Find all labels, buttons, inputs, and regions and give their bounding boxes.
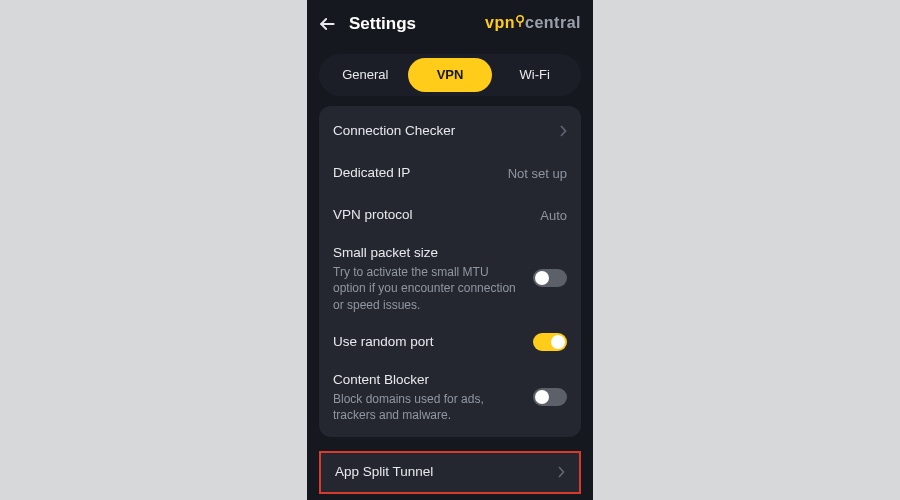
brand-part1: vpn — [485, 14, 515, 31]
row-dedicated-ip[interactable]: Dedicated IP Not set up — [333, 152, 567, 194]
random-port-label: Use random port — [333, 333, 525, 351]
app-split-tunnel-label: App Split Tunnel — [335, 463, 549, 481]
header: Settings vpncentral — [307, 6, 593, 42]
settings-screen: Settings vpncentral General VPN Wi-Fi Co… — [307, 0, 593, 500]
svg-point-1 — [517, 16, 523, 22]
row-small-packet: Small packet size Try to activate the sm… — [333, 236, 567, 321]
back-icon[interactable] — [317, 14, 337, 34]
row-vpn-protocol[interactable]: VPN protocol Auto — [333, 194, 567, 236]
chevron-right-icon — [557, 466, 565, 478]
vpn-protocol-value: Auto — [540, 208, 567, 223]
small-packet-desc: Try to activate the small MTU option if … — [333, 264, 523, 313]
tab-wifi[interactable]: Wi-Fi — [492, 58, 577, 92]
content-blocker-toggle[interactable] — [533, 388, 567, 406]
connection-checker-label: Connection Checker — [333, 122, 551, 140]
tab-vpn[interactable]: VPN — [408, 58, 493, 92]
tab-general[interactable]: General — [323, 58, 408, 92]
row-content-blocker: Content Blocker Block domains used for a… — [333, 363, 567, 432]
brand-pin-icon — [515, 14, 525, 24]
row-random-port: Use random port — [333, 321, 567, 363]
content-blocker-label: Content Blocker — [333, 371, 525, 389]
page-title: Settings — [349, 14, 416, 34]
dedicated-ip-value: Not set up — [508, 166, 567, 181]
row-app-split-tunnel[interactable]: App Split Tunnel — [319, 451, 581, 493]
dedicated-ip-label: Dedicated IP — [333, 164, 500, 182]
row-connection-checker[interactable]: Connection Checker — [333, 110, 567, 152]
brand-logo: vpncentral — [485, 14, 581, 32]
random-port-toggle[interactable] — [533, 333, 567, 351]
settings-tabs: General VPN Wi-Fi — [319, 54, 581, 96]
vpn-protocol-label: VPN protocol — [333, 206, 532, 224]
vpn-settings-panel: Connection Checker Dedicated IP Not set … — [319, 106, 581, 437]
content-blocker-desc: Block domains used for ads, trackers and… — [333, 391, 523, 423]
brand-part2: central — [525, 14, 581, 31]
small-packet-label: Small packet size — [333, 244, 525, 262]
chevron-right-icon — [559, 125, 567, 137]
small-packet-toggle[interactable] — [533, 269, 567, 287]
